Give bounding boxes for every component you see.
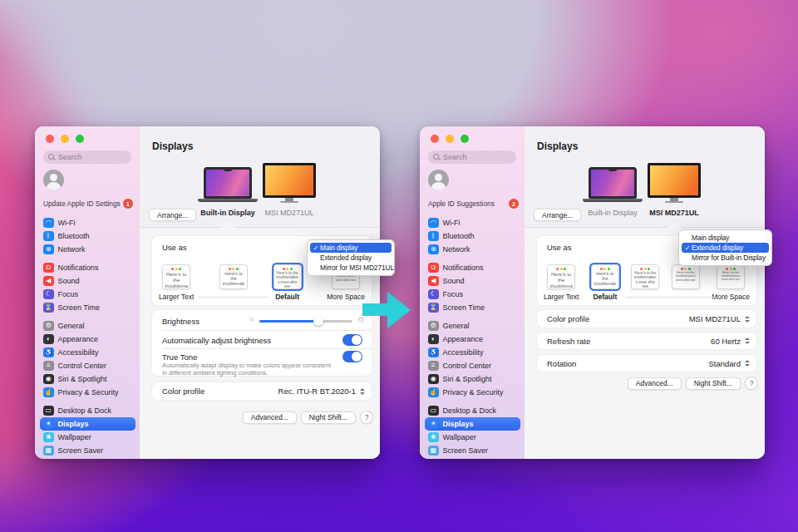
- sidebar-item-privacy-security[interactable]: ☝Privacy & Security: [40, 386, 135, 399]
- close-button[interactable]: [46, 135, 54, 143]
- sidebar-item-wi-fi[interactable]: ◠Wi-Fi: [425, 216, 520, 229]
- appearance-icon: ◐: [428, 334, 439, 345]
- sidebar-item-control-center[interactable]: ≡Control Center: [40, 359, 135, 372]
- resolution-thumbnail[interactable]: Here's to the troublemakers ones who see: [162, 264, 190, 289]
- resolution-thumbnail[interactable]: Here's to the troublemakers ones who see: [631, 264, 659, 289]
- desktop: Search Update Apple ID Settings 1 ◠Wi-Fi…: [0, 0, 798, 532]
- sidebar-item-appearance[interactable]: ◐Appearance: [425, 332, 520, 346]
- night-shift-button[interactable]: Night Shift...: [686, 377, 741, 390]
- night-shift-button[interactable]: Night Shift...: [301, 411, 356, 424]
- sidebar-item-wi-fi[interactable]: ◠Wi-Fi: [40, 216, 135, 229]
- external-display-thumbnail[interactable]: [646, 163, 702, 204]
- sidebar-item-accessibility[interactable]: ♿Accessibility: [425, 346, 520, 359]
- color-profile-popup[interactable]: Rec. ITU-R BT.2020-1: [278, 387, 365, 396]
- sidebar-nav: ◠Wi-FiᛒBluetooth⊕NetworkΩNotifications◀S…: [40, 216, 135, 459]
- avatar[interactable]: [43, 170, 64, 190]
- resolution-thumbnail[interactable]: Here's to the troublemakers ones who see: [591, 264, 619, 289]
- advanced-button[interactable]: Advanced...: [243, 411, 297, 424]
- sidebar-item-notifications[interactable]: ΩNotifications: [40, 261, 135, 274]
- sidebar-item-wallpaper[interactable]: ❀Wallpaper: [425, 431, 520, 444]
- resolution-thumbnail[interactable]: Here's to the troublemakers ones who see: [219, 264, 248, 289]
- minimize-button[interactable]: [446, 135, 454, 143]
- sidebar-item-screen-saver[interactable]: ▦Screen Saver: [40, 444, 135, 457]
- brightness-card: Brightness Automatically adjust brightne…: [151, 309, 372, 377]
- external-display-name[interactable]: MSI MD271UL: [633, 209, 716, 217]
- apple-id-row[interactable]: Apple ID Suggestions 2: [428, 199, 519, 209]
- sidebar-item-desktop-dock[interactable]: ▭Desktop & Dock: [425, 404, 520, 417]
- sidebar-item-bluetooth[interactable]: ᛒBluetooth: [40, 229, 135, 243]
- sidebar-item-general[interactable]: ⚙General: [40, 319, 135, 332]
- menu-item-mirror-for-built-in-display[interactable]: Mirror for Built-in Display: [682, 253, 769, 263]
- resolution-thumbnail[interactable]: Here's to the troublemakers ones who see: [273, 264, 302, 289]
- sidebar-item-wallpaper[interactable]: ❀Wallpaper: [40, 431, 135, 444]
- true-tone-toggle[interactable]: [342, 351, 362, 362]
- auto-brightness-label: Automatically adjust brightness: [162, 336, 271, 345]
- search-input[interactable]: Search: [428, 150, 516, 164]
- resolution-option-larger-text[interactable]: Here's to the troublemakers ones who see…: [544, 264, 579, 301]
- resolution-thumbnail[interactable]: Here's to the troublemakers ones who see: [717, 264, 745, 289]
- resolution-option[interactable]: Here's to the troublemakers ones who see: [219, 264, 248, 301]
- resolution-option-more-space[interactable]: Here's to the troublemakers ones who see…: [712, 264, 750, 301]
- sidebar-item-accessibility[interactable]: ♿Accessibility: [40, 346, 135, 359]
- sidebar-item-screen-time[interactable]: ⌛Screen Time: [40, 301, 135, 314]
- menu-item-main-display[interactable]: ✓Main display: [310, 243, 392, 253]
- zoom-button[interactable]: [461, 135, 469, 143]
- sidebar-item-siri-spotlight[interactable]: ◉Siri & Spotlight: [40, 372, 135, 386]
- display-brightness-icon: ☀: [428, 419, 439, 430]
- sidebar-item-general[interactable]: ⚙General: [425, 319, 520, 332]
- resolution-option[interactable]: Here's to the troublemakers ones who see: [672, 264, 700, 301]
- resolution-option-larger-text[interactable]: Here's to the troublemakers ones who see…: [159, 264, 194, 301]
- minimize-button[interactable]: [61, 135, 69, 143]
- zoom-button[interactable]: [76, 135, 84, 143]
- advanced-button[interactable]: Advanced...: [628, 377, 682, 390]
- resolution-option-default[interactable]: Here's to the troublemakers ones who see…: [591, 264, 619, 301]
- sidebar-item-focus[interactable]: ☾Focus: [425, 288, 520, 301]
- use-as-dropdown-menu: Main display✓Extended displayMirror for …: [678, 229, 772, 266]
- sidebar-item-desktop-dock[interactable]: ▭Desktop & Dock: [40, 404, 135, 417]
- globe-icon: ⊕: [428, 244, 439, 255]
- sidebar-item-sound[interactable]: ◀Sound: [425, 274, 520, 288]
- built-in-display-thumbnail[interactable]: [198, 167, 258, 204]
- sidebar-item-screen-time[interactable]: ⌛Screen Time: [425, 301, 520, 314]
- menu-item-extended-display[interactable]: Extended display: [310, 253, 392, 263]
- sidebar-item-displays[interactable]: ☀Displays: [40, 417, 135, 431]
- external-display-thumbnail[interactable]: [261, 163, 318, 204]
- resolution-thumbnail[interactable]: Here's to the troublemakers ones who see: [672, 264, 700, 289]
- sidebar-item-siri-spotlight[interactable]: ◉Siri & Spotlight: [425, 372, 520, 386]
- sidebar-item-sound[interactable]: ◀Sound: [40, 274, 135, 288]
- auto-brightness-toggle[interactable]: [342, 334, 362, 346]
- apple-id-row[interactable]: Update Apple ID Settings 1: [43, 199, 134, 209]
- menu-item-main-display[interactable]: Main display: [682, 233, 769, 243]
- resolution-thumbnail[interactable]: Here's to the troublemakers ones who see: [547, 264, 575, 289]
- sidebar-item-displays[interactable]: ☀Displays: [425, 417, 520, 431]
- brightness-slider[interactable]: [259, 316, 352, 326]
- help-button[interactable]: ?: [745, 377, 758, 390]
- window-dots: [632, 268, 658, 270]
- external-display-name[interactable]: MSI MD271UL: [248, 209, 331, 217]
- built-in-display-thumbnail[interactable]: [583, 167, 643, 204]
- sidebar-item-control-center[interactable]: ≡Control Center: [425, 359, 520, 372]
- sidebar-item-label: Appearance: [443, 335, 484, 343]
- search-input[interactable]: Search: [43, 150, 131, 164]
- slider-knob[interactable]: [313, 316, 323, 326]
- sidebar-item-notifications[interactable]: ΩNotifications: [425, 261, 520, 274]
- sidebar-item-network[interactable]: ⊕Network: [425, 243, 520, 256]
- menu-item-extended-display[interactable]: ✓Extended display: [682, 243, 769, 253]
- sidebar-item-focus[interactable]: ☾Focus: [40, 288, 135, 301]
- sidebar-item-privacy-security[interactable]: ☝Privacy & Security: [425, 386, 520, 399]
- rotation-popup[interactable]: Standard: [708, 359, 750, 368]
- menu-item-mirror-for-msi-md271ul[interactable]: Mirror for MSI MD271UL: [310, 263, 392, 273]
- close-button[interactable]: [431, 135, 439, 143]
- color-profile-popup[interactable]: MSI MD271UL: [689, 314, 750, 323]
- sidebar-item-network[interactable]: ⊕Network: [40, 243, 135, 256]
- help-button[interactable]: ?: [360, 411, 373, 424]
- sidebar-item-appearance[interactable]: ◐Appearance: [40, 332, 135, 346]
- appearance-icon: ◐: [43, 334, 54, 345]
- sidebar-item-label: Desktop & Dock: [443, 406, 497, 415]
- avatar[interactable]: [428, 170, 449, 190]
- resolution-option[interactable]: Here's to the troublemakers ones who see: [631, 264, 659, 301]
- resolution-option-default[interactable]: Here's to the troublemakers ones who see…: [273, 264, 302, 301]
- sidebar-item-screen-saver[interactable]: ▦Screen Saver: [425, 444, 520, 457]
- refresh-rate-popup[interactable]: 60 Hertz: [711, 337, 750, 346]
- sidebar-item-bluetooth[interactable]: ᛒBluetooth: [425, 229, 520, 243]
